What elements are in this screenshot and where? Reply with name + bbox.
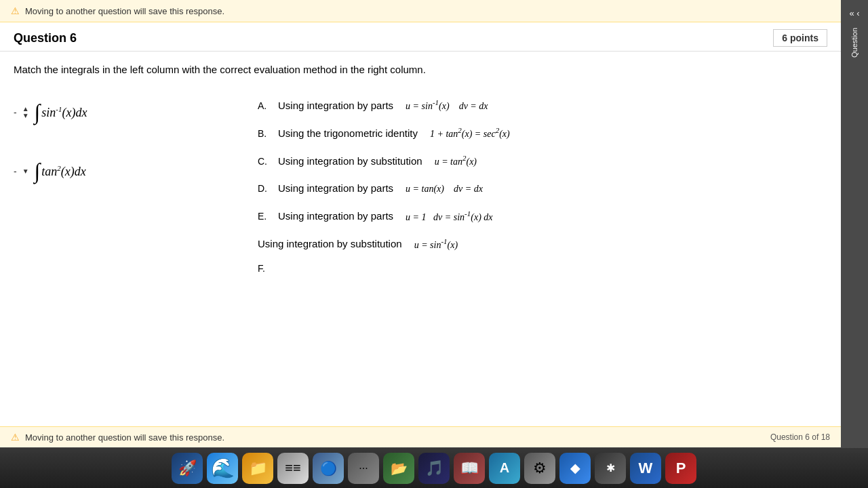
option-e-detail: u = 1 dv = sin-1(x) dx bbox=[406, 208, 492, 225]
dock-pdf[interactable]: P bbox=[665, 453, 696, 484]
option-b-main: Using the trigonometric identity bbox=[278, 125, 418, 142]
question-title: Question 6 bbox=[14, 31, 77, 45]
option-a: A. Using integration by parts u = sin-1(… bbox=[258, 93, 827, 118]
integral-symbol-1: ∫ bbox=[35, 100, 41, 125]
option-c-letter: C. bbox=[258, 154, 271, 169]
option-f: Using integration by substitution u = si… bbox=[258, 232, 827, 280]
main-content: ⚠ Moving to another question will save t… bbox=[0, 0, 841, 447]
dock-bluetooth[interactable]: ✱ bbox=[595, 453, 626, 484]
dock-launchpad[interactable]: 🚀 bbox=[172, 453, 203, 484]
bottom-warning-text: Moving to another question will save thi… bbox=[25, 432, 224, 443]
option-e: E. Using integration by parts u = 1 dv =… bbox=[258, 204, 827, 229]
option-c-detail: u = tan2(x) bbox=[435, 152, 477, 169]
tan2-expr: tan2(x)dx bbox=[41, 164, 85, 179]
option-e-letter: E. bbox=[258, 209, 271, 224]
nav-arrows[interactable]: « ‹ bbox=[846, 5, 862, 21]
question-header: Question 6 6 points bbox=[0, 22, 841, 52]
question-counter: Question 6 of 18 bbox=[770, 432, 830, 442]
dock-finder[interactable]: 🌊 bbox=[207, 453, 238, 484]
macos-dock: 🚀 🌊 📁 ≡≡ 🔵 ··· 📂 🎵 📖 A ⚙ ◆ ✱ W P bbox=[0, 447, 868, 488]
left-item-tan2: - ▼ ∫ tan2(x)dx bbox=[14, 159, 258, 184]
dock-settings[interactable]: ⚙ bbox=[524, 453, 555, 484]
integral-symbol-2: ∫ bbox=[35, 159, 41, 184]
question-body: Match the integrals in the left column w… bbox=[0, 52, 841, 447]
option-d-letter: D. bbox=[258, 181, 271, 196]
option-f-letter: F. bbox=[258, 261, 271, 276]
option-d-main: Using integration by parts bbox=[278, 180, 393, 197]
option-a-letter: A. bbox=[258, 98, 271, 113]
top-warning-bar: ⚠ Moving to another question will save t… bbox=[0, 0, 841, 22]
dash-1: - bbox=[14, 107, 17, 118]
option-c: C. Using integration by substitution u =… bbox=[258, 148, 827, 174]
dropdown-2[interactable]: ▼ bbox=[22, 168, 29, 175]
option-d: D. Using integration by parts u = tan(x)… bbox=[258, 176, 827, 201]
left-item-arcsin: - ▲ ▼ ∫ sin-1(x)dx bbox=[14, 100, 258, 125]
dock-word[interactable]: W bbox=[630, 453, 661, 484]
dock-misc1[interactable]: ··· bbox=[348, 453, 379, 484]
option-d-detail: u = tan(x) dv = dx bbox=[406, 182, 483, 197]
bottom-warning-bar: ⚠ Moving to another question will save t… bbox=[0, 426, 841, 447]
option-a-detail: u = sin-1(x) dv = dx bbox=[406, 97, 488, 114]
option-b-letter: B. bbox=[258, 126, 271, 141]
option-c-main: Using integration by substitution bbox=[278, 153, 422, 169]
points-badge: 6 points bbox=[773, 29, 827, 47]
right-column: A. Using integration by parts u = sin-1(… bbox=[258, 93, 827, 436]
dock-files[interactable]: 📂 bbox=[383, 453, 414, 484]
option-a-main: Using integration by parts bbox=[278, 98, 393, 114]
arcsin-expr: sin-1(x)dx bbox=[41, 105, 87, 120]
dock-dropbox[interactable]: ◆ bbox=[559, 453, 591, 484]
dock-music[interactable]: 🎵 bbox=[418, 453, 450, 484]
integral-tan2-expr: ∫ tan2(x)dx bbox=[35, 159, 86, 184]
top-warning-text: Moving to another question will save thi… bbox=[25, 6, 224, 16]
option-f-detail: u = sin-1(x) bbox=[414, 236, 458, 253]
dock-downloads[interactable]: 📁 bbox=[242, 453, 273, 484]
left-column: - ▲ ▼ ∫ sin-1(x)dx - ▼ bbox=[14, 93, 258, 436]
dock-appstore[interactable]: A bbox=[489, 453, 520, 484]
option-f-main-text: Using integration by substitution bbox=[258, 236, 402, 252]
matching-area: - ▲ ▼ ∫ sin-1(x)dx - ▼ bbox=[14, 93, 827, 436]
bottom-warning-icon: ⚠ bbox=[11, 432, 20, 443]
dropdown-1[interactable]: ▲ ▼ bbox=[22, 106, 29, 119]
dock-preview[interactable]: 🔵 bbox=[313, 453, 344, 484]
question-instructions: Match the integrals in the left column w… bbox=[14, 62, 827, 77]
option-b-detail: 1 + tan2(x) = sec2(x) bbox=[430, 125, 510, 142]
question-nav-label: Question bbox=[849, 24, 860, 62]
dock-books[interactable]: 📖 bbox=[454, 453, 485, 484]
option-e-main: Using integration by parts bbox=[278, 208, 393, 224]
dash-2: - bbox=[14, 166, 17, 177]
option-b: B. Using the trigonometric identity 1 + … bbox=[258, 121, 827, 146]
warning-icon: ⚠ bbox=[11, 5, 20, 16]
integral-arcsin-expr: ∫ sin-1(x)dx bbox=[35, 100, 87, 125]
sidebar-nav: « ‹ Question bbox=[841, 0, 868, 447]
dock-reminders[interactable]: ≡≡ bbox=[277, 453, 309, 484]
